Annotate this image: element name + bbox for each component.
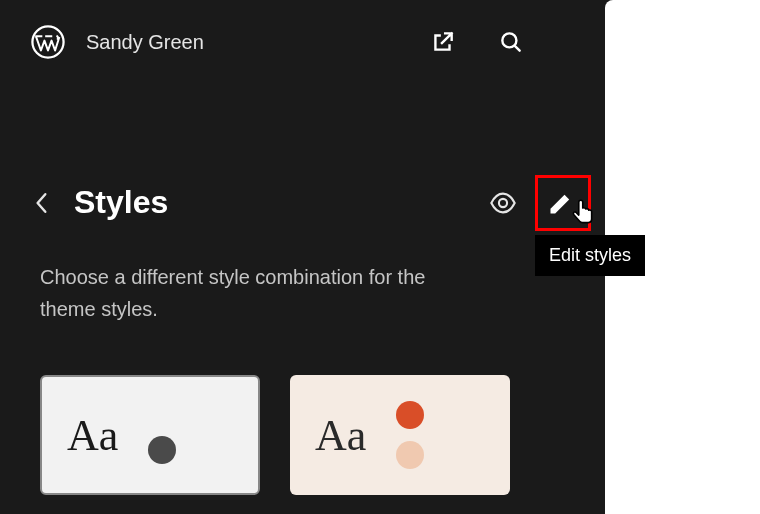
svg-point-2 bbox=[499, 198, 507, 206]
search-icon[interactable] bbox=[497, 28, 525, 56]
site-title[interactable]: Sandy Green bbox=[86, 31, 409, 54]
color-swatches bbox=[396, 401, 424, 469]
color-swatches bbox=[148, 436, 176, 464]
top-bar: Sandy Green bbox=[0, 0, 605, 84]
top-actions bbox=[429, 28, 525, 56]
color-swatch-dark bbox=[148, 436, 176, 464]
edit-styles-tooltip: Edit styles bbox=[535, 235, 645, 276]
view-site-icon[interactable] bbox=[429, 28, 457, 56]
panel-description: Choose a different style combination for… bbox=[0, 241, 520, 355]
style-variations-grid: Aa Aa bbox=[0, 355, 605, 514]
panel-header-actions: Edit styles bbox=[489, 189, 575, 217]
panel-header: Styles Edit bbox=[0, 84, 605, 241]
style-preview-text: Aa bbox=[315, 410, 366, 461]
style-variation-default[interactable]: Aa bbox=[40, 375, 260, 495]
style-variation-warm[interactable]: Aa bbox=[290, 375, 510, 495]
wordpress-logo-icon[interactable] bbox=[30, 24, 66, 60]
style-book-icon[interactable] bbox=[489, 189, 517, 217]
color-swatch-orange bbox=[396, 401, 424, 429]
site-editor-sidebar: Sandy Green Styles bbox=[0, 0, 605, 514]
edit-styles-button[interactable] bbox=[547, 189, 575, 217]
color-swatch-peach bbox=[396, 441, 424, 469]
back-button[interactable] bbox=[30, 191, 54, 215]
edit-styles-wrapper: Edit styles bbox=[547, 189, 575, 217]
panel-title: Styles bbox=[74, 184, 469, 221]
style-preview-text: Aa bbox=[67, 410, 118, 461]
